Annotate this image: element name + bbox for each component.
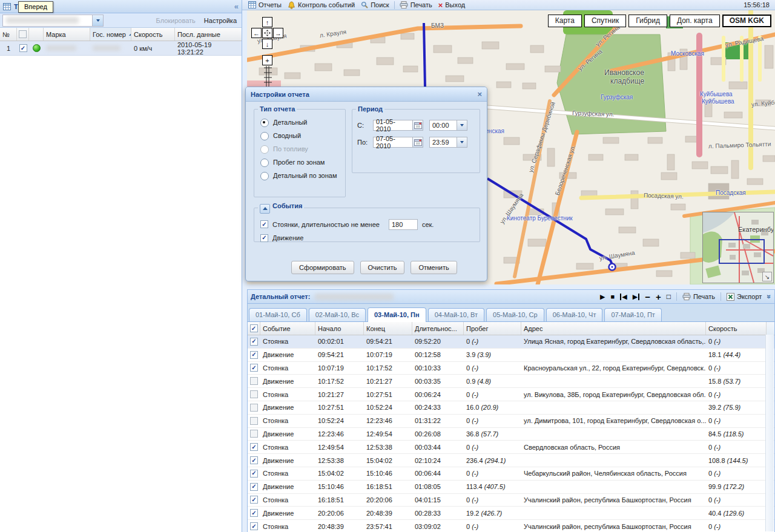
row-checkbox[interactable]: [250, 364, 258, 372]
cancel-button[interactable]: Отменить: [411, 261, 457, 274]
report-type-option[interactable]: Детальный по зонам: [260, 172, 339, 180]
col-duration[interactable]: Длительнос...: [412, 322, 464, 335]
row-checkbox[interactable]: [250, 404, 258, 412]
col-number[interactable]: №: [0, 28, 17, 41]
frame-icon[interactable]: □: [667, 293, 671, 300]
vertical-scrollbar[interactable]: [765, 335, 774, 531]
vehicle-search-combo[interactable]: [2, 15, 104, 27]
search-button[interactable]: Поиск: [358, 1, 392, 8]
row-checkbox[interactable]: [250, 443, 258, 451]
report-tab[interactable]: 07-Май-10, Пт: [604, 308, 661, 321]
select-all-checkbox[interactable]: [19, 30, 27, 38]
report-row[interactable]: Движение20:20:0620:48:3900:28:3319.2(426…: [248, 507, 774, 520]
row-checkbox[interactable]: [250, 338, 258, 346]
zoom-in-icon[interactable]: +: [262, 55, 272, 65]
minimap[interactable]: Екатеринбу ↘: [702, 212, 774, 283]
minus-icon[interactable]: −: [645, 292, 650, 301]
settings-button[interactable]: Настройка: [204, 17, 237, 24]
to-date-input[interactable]: 07-05-2010: [373, 137, 413, 148]
collapse-left-icon[interactable]: «: [234, 2, 239, 11]
row-checkbox[interactable]: [250, 483, 258, 491]
close-icon[interactable]: ×: [477, 90, 482, 98]
report-row[interactable]: Стоянка10:07:1910:17:5200:10:330(-)Красн…: [248, 362, 774, 375]
col-address[interactable]: Адрес: [521, 322, 706, 335]
chevron-down-icon[interactable]: [457, 137, 467, 148]
row-checkbox[interactable]: [250, 417, 258, 425]
row-checkbox[interactable]: [250, 390, 258, 398]
chevron-down-icon[interactable]: [92, 15, 103, 26]
report-row[interactable]: Стоянка10:21:2710:27:5100:06:240(-)ул. В…: [248, 388, 774, 401]
skip-end-icon[interactable]: ▶: [633, 294, 639, 300]
pan-left-icon[interactable]: ←: [251, 28, 262, 38]
col-speed[interactable]: Скорость: [131, 28, 175, 41]
print-button[interactable]: Печать: [397, 1, 435, 8]
from-time-select[interactable]: 00:00: [429, 120, 457, 131]
report-type-option[interactable]: Сводный: [260, 132, 339, 140]
exit-button[interactable]: × Выход: [435, 1, 469, 9]
play-icon[interactable]: ▶: [600, 294, 605, 300]
report-row[interactable]: Движение09:54:2110:07:1900:12:583.9(3.9)…: [248, 349, 774, 362]
plus-icon[interactable]: +: [656, 292, 661, 301]
horizontal-splitter[interactable]: [247, 284, 775, 289]
radio-icon[interactable]: [260, 119, 269, 127]
row-checkbox[interactable]: [250, 456, 258, 464]
from-date-input[interactable]: 01-05-2010: [373, 120, 413, 131]
col-start[interactable]: Начало: [315, 322, 364, 335]
col-end[interactable]: Конец: [364, 322, 412, 335]
col-speed[interactable]: Скорость: [706, 322, 767, 335]
row-checkbox[interactable]: [250, 470, 258, 478]
radio-icon[interactable]: [260, 145, 269, 154]
pan-up-icon[interactable]: ↑: [262, 17, 272, 27]
report-row[interactable]: Движение12:53:3815:04:0202:10:24236.4(29…: [248, 454, 774, 467]
event-control-button[interactable]: Контроль событий: [285, 1, 358, 9]
col-status[interactable]: [29, 28, 44, 41]
chevron-double-down-icon[interactable]: »: [765, 295, 774, 299]
report-type-option[interactable]: Детальный: [260, 119, 339, 127]
calendar-icon[interactable]: [413, 137, 423, 148]
col-plate[interactable]: Гос. номер: [90, 28, 131, 41]
map-layer-button[interactable]: Гибрид: [628, 15, 667, 27]
generate-button[interactable]: Сформировать: [291, 261, 354, 274]
report-row[interactable]: Стоянка12:49:5412:53:3800:03:440(-)Сверд…: [248, 441, 774, 454]
reports-button[interactable]: Отчеты: [245, 1, 285, 8]
col-last-data[interactable]: Посл. данные: [175, 28, 242, 41]
vehicle-row[interactable]: 1 0 км/ч 2010-05-19 13:21:22: [0, 41, 242, 56]
radio-icon[interactable]: [260, 172, 269, 180]
collapse-icon[interactable]: [260, 204, 270, 214]
report-row[interactable]: Движение10:27:5110:52:2400:24:3316.0(20.…: [248, 401, 774, 415]
report-export-button[interactable]: Экспорт: [727, 293, 762, 301]
map-layer-button[interactable]: Карта: [548, 15, 582, 27]
row-checkbox[interactable]: [250, 351, 258, 359]
select-all-checkbox[interactable]: [250, 324, 258, 332]
minimap-viewport[interactable]: [719, 239, 765, 264]
report-tab[interactable]: 06-Май-10, Чт: [546, 308, 603, 321]
vehicle-checkbox[interactable]: [19, 44, 27, 52]
report-row[interactable]: Стоянка16:18:5120:20:0604:01:150(-)Учали…: [248, 494, 774, 507]
stops-checkbox[interactable]: [260, 220, 268, 228]
col-event[interactable]: Событие: [260, 322, 315, 335]
chevron-down-icon[interactable]: [457, 120, 467, 131]
row-checkbox[interactable]: [250, 496, 258, 504]
report-row[interactable]: Стоянка15:04:0215:10:4600:06:440(-)Чебар…: [248, 467, 774, 481]
row-checkbox[interactable]: [250, 377, 258, 385]
map-layer-button[interactable]: OSM KGK: [722, 15, 771, 27]
map-layer-button[interactable]: Спутник: [584, 15, 626, 27]
report-row[interactable]: Движение10:17:5210:21:2700:03:350.9(4.8)…: [248, 375, 774, 388]
report-row[interactable]: Движение15:10:4616:18:5101:08:05113.4(40…: [248, 481, 774, 494]
radio-icon[interactable]: [260, 132, 269, 140]
stop-icon[interactable]: ■: [611, 294, 615, 300]
radio-icon[interactable]: [260, 159, 269, 167]
report-tab[interactable]: 02-Май-10, Вс: [309, 308, 366, 321]
pan-right-icon[interactable]: →: [273, 28, 283, 38]
report-row[interactable]: Стоянка00:02:0109:54:2109:52:200(-)Улица…: [248, 335, 774, 349]
row-checkbox[interactable]: [250, 509, 258, 517]
pan-center-icon[interactable]: [262, 28, 272, 38]
stops-duration-input[interactable]: 180: [389, 219, 418, 230]
dialog-titlebar[interactable]: Настройки отчета ×: [246, 87, 487, 102]
row-checkbox[interactable]: [250, 522, 258, 530]
report-type-option[interactable]: Пробег по зонам: [260, 159, 339, 167]
to-time-select[interactable]: 23:59: [429, 137, 457, 148]
report-tab[interactable]: 05-Май-10, Ср: [486, 308, 544, 321]
map-layer-button[interactable]: Доп. карта: [670, 15, 720, 27]
report-tab[interactable]: 03-Май-10, Пн: [368, 307, 426, 322]
